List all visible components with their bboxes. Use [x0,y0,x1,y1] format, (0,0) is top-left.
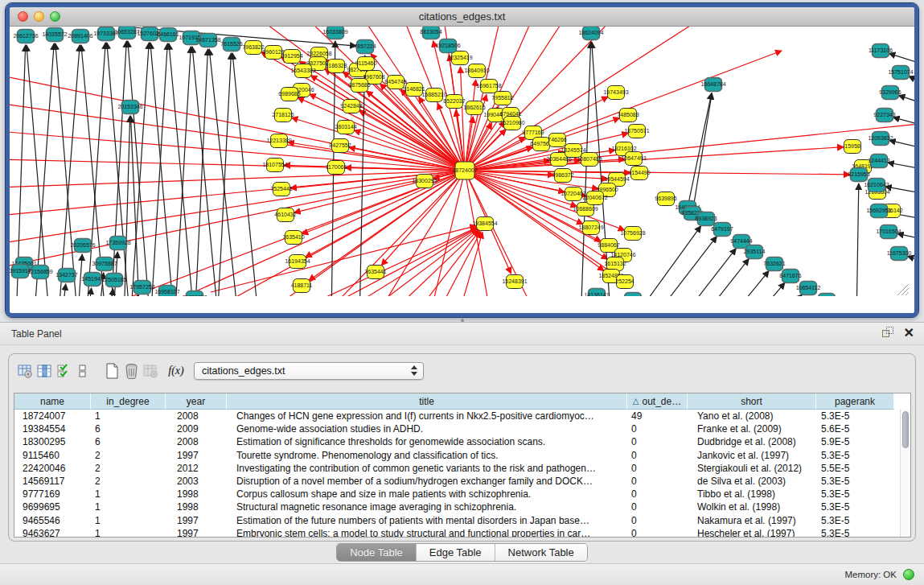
column-header-title[interactable]: title [227,393,627,410]
graph-node[interactable]: 7963822 [242,41,264,55]
graph-node[interactable]: 7635441 [364,266,386,279]
graph-node[interactable]: 11173106 [869,44,893,58]
graph-node[interactable]: 8427552 [329,139,351,153]
table-cell[interactable]: 0 [627,422,688,435]
graph-node[interactable]: 17016504 [876,225,901,239]
table-cell[interactable]: 5.3E-5 [816,410,894,422]
graph-node[interactable]: 8186328 [325,60,347,73]
graph-node[interactable]: 8912954 [281,50,302,64]
canvas-resize-grip[interactable] [897,284,909,295]
new-table-icon[interactable] [102,361,121,381]
table-cell[interactable]: 0 [627,449,688,462]
memory-status-icon[interactable] [903,569,914,580]
graph-node[interactable]: 7615526 [220,38,242,51]
table-row[interactable]: 946362711997Embryonic stem cells: a mode… [14,527,910,538]
table-cell[interactable]: 1997 [166,449,227,462]
table-cell[interactable]: Tibbo et al. (1998) [688,488,816,501]
graph-node[interactable]: 1244413 [868,154,889,168]
table-row[interactable]: 911546021997Tourette syndrome. Phenomeno… [14,449,910,462]
graph-node[interactable]: 15958 [844,140,861,154]
table-cell[interactable]: 5.3E-5 [816,475,894,488]
column-header-short[interactable]: short [688,393,816,410]
table-cell[interactable]: 9465546 [14,514,91,527]
graph-node[interactable]: 18724007 [452,162,477,179]
graph-node[interactable]: 9329966 [879,86,901,100]
graph-node[interactable]: 6989685 [278,88,300,101]
table-cell[interactable]: 5.9E-5 [816,435,894,448]
zoom-window-icon[interactable] [50,11,60,22]
graph-node[interactable]: 1733426 [622,293,643,297]
table-cell[interactable]: Embryonic stem cells: a model to study s… [227,527,627,538]
table-cell[interactable]: 0 [627,527,688,538]
table-cell[interactable]: 1 [91,410,166,422]
table-cell[interactable]: 1 [91,514,166,527]
table-cell[interactable]: 2009 [166,422,227,435]
graph-node[interactable]: 17957253 [129,281,154,295]
table-cell[interactable]: 1 [91,488,166,501]
graph-node[interactable]: 9227343 [873,109,895,122]
table-cell[interactable]: 6 [91,435,166,448]
graph-node[interactable]: 20891406 [68,30,92,43]
table-cell[interactable]: 2008 [166,435,227,448]
graph-node[interactable]: 1170066 [326,161,347,175]
graph-node[interactable]: 6466161 [157,28,179,42]
graph-node[interactable]: 1451947 [81,273,103,286]
graph-node[interactable]: 8813054 [420,27,441,39]
graph-node[interactable]: 18750571 [624,125,649,138]
graph-node[interactable]: 7485083 [617,109,639,122]
graph-node[interactable]: 4610432 [274,208,296,222]
table-cell[interactable]: 1 [91,501,166,513]
graph-node[interactable]: 2718126 [272,109,294,122]
table-cell[interactable]: Wolkin et al. (1998) [688,501,816,513]
table-cell[interactable]: 0 [627,475,688,488]
scrollbar-thumb[interactable] [902,411,909,448]
graph-node[interactable]: 18640910 [464,64,489,78]
column-header-name[interactable]: name [14,393,91,410]
table-cell[interactable]: 9777169 [14,488,91,501]
graph-node[interactable]: 20153346 [117,101,142,114]
graph-node[interactable]: 252254 [615,275,634,289]
table-cell[interactable]: 1997 [166,514,227,527]
table-cell[interactable]: 49 [627,410,688,422]
graph-node[interactable]: 9245652 [815,294,837,297]
graph-node[interactable]: 7986372 [552,169,573,183]
graph-node[interactable]: 1342737 [55,269,77,282]
table-cell[interactable]: 5.3E-5 [816,514,894,527]
table-row[interactable]: 1456911722003Disruption of a novel membe… [14,475,910,488]
graph-node[interactable]: 9875685 [348,79,370,93]
graph-node[interactable]: 18624094 [578,27,603,40]
graph-node[interactable]: 16958107 [154,286,179,297]
table-row[interactable]: 977716911998Corpus callosum shape and si… [14,488,910,501]
table-cell[interactable]: 1998 [166,501,227,513]
graph-node[interactable]: 8471676 [779,270,801,283]
graph-node[interactable]: 12213389 [266,134,291,148]
table-select-dropdown[interactable]: citations_edges.txt [194,362,424,380]
table-row[interactable]: 1872400712008Changes of HCN gene express… [14,410,910,422]
table-cell[interactable]: 18300295 [14,435,91,448]
network-canvas[interactable]: 1872400718300295193845549777169649756874… [10,27,914,315]
graph-node[interactable]: 19218506 [435,39,460,53]
graph-node[interactable]: 746266 [548,134,566,147]
table-cell[interactable]: Estimation of significance thresholds fo… [227,435,627,448]
table-cell[interactable]: 1997 [166,527,227,538]
graph-node[interactable]: 1615132 [604,257,626,271]
table-cell[interactable]: de Silva et al. (2003) [688,475,816,488]
float-panel-icon[interactable] [882,327,894,339]
table-cell[interactable]: 0 [627,514,688,527]
table-cell[interactable]: 2012 [166,462,227,475]
graph-node[interactable]: 15751074 [888,66,913,80]
graph-node[interactable]: 9242848 [340,100,362,113]
column-header-out_de[interactable]: △out_de… [627,393,688,410]
vertical-scrollbar[interactable] [900,410,910,537]
graph-node[interactable]: 10756928 [620,227,645,241]
graph-node[interactable]: 18807249 [578,221,603,235]
table-cell[interactable]: Dudbridge et al. (2008) [688,435,816,448]
graph-node[interactable]: 14136141 [584,289,609,297]
graph-node[interactable]: 9639895 [655,192,676,206]
graph-node[interactable]: 16961758 [476,80,501,93]
delete-table-icon[interactable] [121,361,141,381]
graph-node[interactable]: 20612736 [13,30,38,43]
table-cell[interactable]: Stergiakouli et al. (2012) [688,462,816,475]
table-cell[interactable]: 9115460 [14,449,91,462]
table-cell[interactable]: Hescheler et al. (1997) [688,527,816,538]
